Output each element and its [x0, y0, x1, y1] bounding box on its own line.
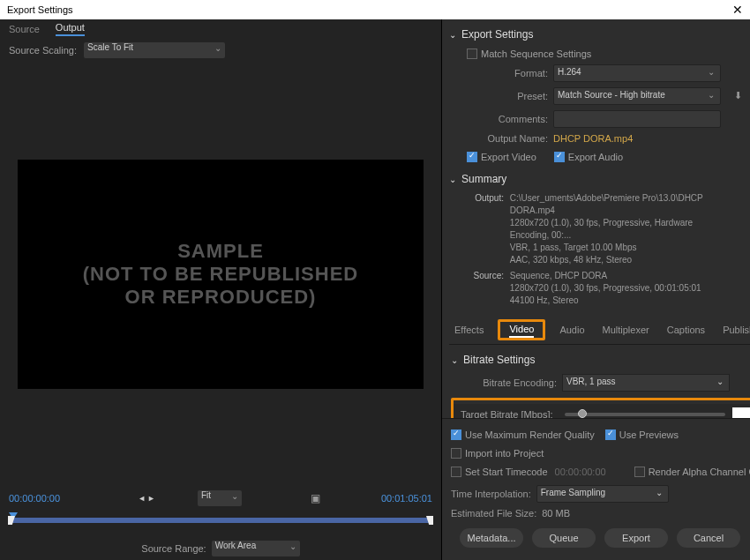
time-interp-label: Time Interpolation: [451, 489, 531, 499]
timecode-left[interactable]: 00:00:00:00 [9, 493, 60, 504]
summary-output-value: C:\User_uments\Adobe\Premiere Pro\13.0\D… [510, 192, 704, 266]
match-sequence-label: Match Sequence Settings [481, 49, 591, 59]
timecode-right: 00:01:05:01 [381, 493, 432, 504]
video-preview: SAMPLE (NOT TO BE REPUBLISHED OR REPRODU… [18, 160, 424, 389]
in-point-handle[interactable] [8, 516, 15, 525]
render-alpha-checkbox[interactable] [634, 467, 645, 477]
comments-input[interactable] [553, 110, 721, 128]
window-titlebar: Export Settings ✕ [0, 0, 750, 19]
comments-label: Comments: [467, 114, 548, 124]
cancel-button[interactable]: Cancel [677, 528, 740, 548]
bitrate-settings-header[interactable]: Bitrate Settings [451, 348, 750, 371]
summary-output-label: Output: [467, 192, 504, 205]
tab-audio[interactable]: Audio [559, 323, 584, 337]
export-settings-header[interactable]: Export Settings [449, 23, 750, 46]
timeline-slider[interactable] [9, 518, 432, 523]
export-video-checkbox[interactable] [467, 152, 477, 162]
output-name-link[interactable]: DHCP DORA.mp4 [553, 133, 633, 144]
format-dropdown[interactable]: H.264 [553, 64, 721, 82]
match-sequence-checkbox[interactable] [467, 49, 477, 59]
metadata-button[interactable]: Metadata... [460, 528, 523, 548]
source-range-dropdown[interactable]: Work Area [212, 541, 300, 556]
bitrate-encoding-dropdown[interactable]: VBR, 1 pass [562, 374, 730, 392]
close-icon[interactable]: ✕ [732, 3, 743, 17]
zoom-fit-dropdown[interactable]: Fit [198, 490, 242, 506]
slider-knob[interactable] [578, 409, 587, 418]
tab-captions[interactable]: Captions [667, 323, 705, 337]
source-scaling-label: Source Scaling: [9, 45, 77, 56]
use-previews-checkbox[interactable] [605, 429, 616, 440]
import-project-checkbox[interactable] [451, 448, 461, 459]
preset-label: Preset: [467, 91, 548, 101]
next-frame-icon[interactable]: ► [147, 494, 155, 503]
tab-multiplexer[interactable]: Multiplexer [603, 323, 649, 337]
tab-output[interactable]: Output [56, 22, 85, 36]
export-button[interactable]: Export [604, 528, 668, 548]
out-point-handle[interactable] [426, 516, 433, 525]
max-render-quality-checkbox[interactable] [451, 429, 461, 440]
target-bitrate-input[interactable] [732, 407, 750, 418]
summary-header[interactable]: Summary [449, 168, 750, 190]
target-bitrate-label: Target Bitrate [Mbps]: [461, 409, 558, 418]
tab-source[interactable]: Source [9, 24, 40, 34]
tab-publish[interactable]: Publish [723, 323, 750, 337]
preset-dropdown[interactable]: Match Source - High bitrate [553, 87, 721, 105]
source-range-label: Source Range: [141, 543, 206, 554]
tab-video[interactable]: Video [509, 322, 534, 338]
set-start-tc-value: 00:00:00:00 [555, 467, 606, 477]
set-start-tc-checkbox[interactable] [451, 467, 461, 477]
aspect-crop-icon[interactable]: ▣ [311, 492, 320, 504]
prev-frame-icon[interactable]: ◄ [138, 494, 146, 503]
est-size-label: Estimated File Size: [451, 508, 536, 519]
est-size-value: 80 MB [542, 508, 570, 519]
bitrate-encoding-label: Bitrate Encoding: [469, 377, 557, 388]
source-scaling-dropdown[interactable]: Scale To Fit [84, 42, 225, 58]
save-preset-icon[interactable]: ⬇ [731, 90, 744, 102]
output-name-label: Output Name: [467, 133, 548, 144]
export-audio-checkbox[interactable] [554, 152, 565, 162]
summary-source-value: Sequence, DHCP DORA 1280x720 (1.0), 30 f… [510, 270, 704, 307]
window-title: Export Settings [7, 4, 73, 15]
time-interp-dropdown[interactable]: Frame Sampling [536, 485, 669, 503]
queue-button[interactable]: Queue [532, 528, 596, 548]
format-label: Format: [467, 68, 548, 78]
summary-source-label: Source: [467, 270, 504, 282]
tab-effects[interactable]: Effects [454, 323, 484, 337]
target-bitrate-slider[interactable] [565, 413, 725, 416]
